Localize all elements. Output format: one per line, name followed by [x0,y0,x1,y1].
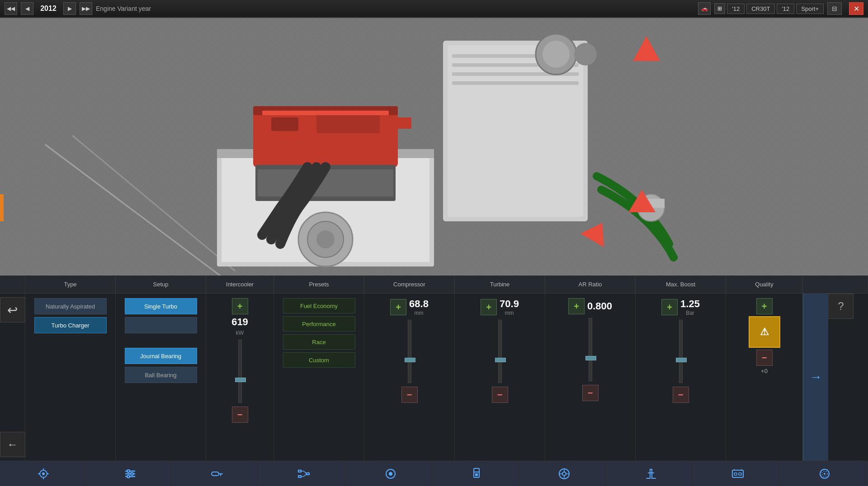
export-btn[interactable]: 🚗 [698,2,711,15]
engine-viewport [0,18,868,276]
turbine-minus-btn[interactable]: − [492,387,508,403]
compressor-unit: mm [409,310,429,316]
prev-prev-btn[interactable]: ◀◀ [5,2,17,15]
quality-header: Quality [726,276,803,293]
compressor-plus-btn[interactable]: + [390,299,406,315]
svg-point-37 [131,472,133,475]
performance-preset-btn[interactable]: Performance [283,316,355,332]
presets-header: Presets [274,276,364,293]
engine-code-tag: CR30T [746,4,775,14]
quality-warning-icon: ⚠ [749,316,780,348]
intercooler-plus-btn[interactable]: + [232,298,248,314]
ar-value: 0.800 [587,300,612,312]
year-tag-2: '12 [777,4,794,14]
compressor-value: 68.8 [409,298,429,310]
boost-minus-btn[interactable]: − [673,387,689,403]
quality-minus-btn[interactable]: − [756,350,773,366]
window-btn[interactable]: ⊟ [827,2,842,15]
toolbar-tune-btn[interactable] [87,461,174,486]
svg-point-35 [42,472,45,475]
turbine-plus-btn[interactable]: + [481,299,497,315]
compressor-header: Compressor [364,276,455,293]
turbine-slider[interactable] [498,320,502,383]
quality-delta: +0 [761,368,768,374]
turbine-unit: mm [500,310,519,316]
toolbar-transmission-btn[interactable] [260,461,347,486]
setup-header: Setup [116,276,206,293]
turbine-column: + 70.9 mm − [455,294,545,461]
svg-point-27 [574,43,597,65]
intercooler-value: 619 [231,316,248,328]
next-next-btn[interactable]: ▶▶ [80,2,92,15]
intercooler-minus-btn[interactable]: − [232,407,248,423]
ar-plus-btn[interactable]: + [568,298,585,314]
bottom-panel: Type Setup Intercooler Presets Compresso… [0,276,868,486]
turbine-value: 70.9 [500,298,519,310]
forward-btn[interactable]: → [803,294,828,461]
toolbar-suspension-btn[interactable] [608,461,694,486]
svg-rect-51 [739,473,741,475]
ar-ratio-header: AR Ratio [545,276,636,293]
boost-slider[interactable] [679,320,683,383]
help-btn[interactable]: ? [828,294,854,319]
boost-plus-btn[interactable]: + [661,299,678,315]
intercooler-slider[interactable] [238,340,242,403]
undo-btn[interactable]: ↩ [0,297,25,322]
max-boost-column: + 1.25 Bar − [636,294,726,461]
race-preset-btn[interactable]: Race [283,334,355,350]
presets-column: Fuel Economy Performance Race Custom [274,294,364,461]
intercooler-column: + 619 kW − [206,294,274,461]
svg-rect-24 [452,81,579,85]
quality-plus-btn[interactable]: + [756,298,773,314]
journal-bearing-btn[interactable]: Journal Bearing [125,348,197,364]
compressor-column: + 68.8 mm − [364,294,455,461]
toolbar-hex-btn[interactable] [347,461,434,486]
toolbar-tires-btn[interactable] [781,461,868,486]
toolbar-body-btn[interactable] [694,461,781,486]
type-header: Type [25,276,116,293]
intercooler-unit: kW [236,330,244,336]
svg-rect-40 [298,470,301,472]
type-column: Naturally Aspirated Turbo Charger [25,294,116,461]
svg-point-38 [127,475,130,478]
single-turbo-btn[interactable]: Single Turbo [125,298,197,314]
svg-rect-10 [262,111,389,115]
warning-icon: ⚠ [760,326,769,338]
boost-value: 1.25 [680,298,700,310]
toolbar-engine-btn[interactable] [0,461,87,486]
quality-column: + ⚠ − +0 [726,294,803,461]
svg-point-44 [389,472,392,476]
close-btn[interactable]: ✕ [849,2,863,15]
toolbar-wheel-btn[interactable] [521,461,608,486]
ar-minus-btn[interactable]: − [582,385,599,401]
custom-preset-btn[interactable]: Custom [283,352,355,368]
bottom-toolbar [0,461,868,486]
left-nav: ↩ ← [0,294,25,461]
svg-point-54 [824,473,826,475]
compressor-slider[interactable] [408,320,411,383]
back-btn[interactable]: ← [0,432,25,457]
setup-btn-2[interactable] [125,317,197,333]
ball-bearing-btn[interactable]: Ball Bearing [125,367,197,383]
naturally-aspirated-btn[interactable]: Naturally Aspirated [34,298,107,314]
svg-rect-12 [316,115,380,133]
prev-btn[interactable]: ◀ [21,2,33,15]
next-btn[interactable]: ▶ [63,2,76,15]
fuel-economy-preset-btn[interactable]: Fuel Economy [283,298,355,313]
toolbar-key-btn[interactable] [174,461,260,486]
year-display: 2012 [37,5,60,13]
turbo-charger-btn[interactable]: Turbo Charger [34,317,107,333]
trim-tag: Sport+ [796,4,824,14]
ar-slider[interactable] [589,318,592,381]
svg-rect-13 [393,117,411,129]
turbine-header: Turbine [455,276,545,293]
compressor-minus-btn[interactable]: − [401,387,418,403]
svg-rect-39 [212,472,219,476]
year-tag-1: '12 [727,4,745,14]
setup-column: Single Turbo Journal Bearing Ball Bearin… [116,294,206,461]
max-boost-header: Max. Boost [636,276,726,293]
svg-point-36 [127,470,130,472]
svg-rect-33 [0,194,4,221]
titlebar-info: ⊞ '12 CR30T '12 Sport+ [714,3,824,14]
toolbar-fuel-btn[interactable] [434,461,521,486]
